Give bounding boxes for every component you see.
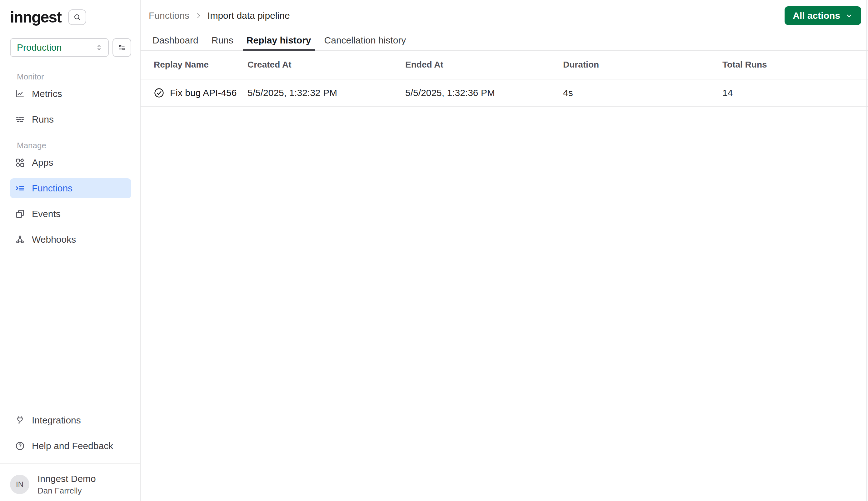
sidebar: inngest Production [0, 0, 141, 501]
ended-at-cell: 5/5/2025, 1:32:36 PM [400, 87, 558, 98]
copy-squares-icon [15, 209, 25, 219]
sidebar-item-events[interactable]: Events [10, 204, 131, 224]
chevron-right-icon [194, 12, 202, 20]
sidebar-item-label: Metrics [32, 88, 62, 99]
question-circle-icon [15, 441, 25, 451]
all-actions-label: All actions [793, 10, 840, 21]
right-scroll-edge [866, 0, 867, 501]
nav-section-monitor: Monitor Metrics [10, 72, 131, 129]
avatar: IN [10, 475, 29, 494]
app-root: inngest Production [0, 0, 868, 501]
sidebar-item-label: Help and Feedback [32, 441, 113, 451]
sidebar-footer: Integrations Help and Feedback IN Innges… [10, 410, 131, 496]
apps-grid-icon [15, 158, 25, 168]
table-header-row: Replay Name Created At Ended At Duration… [141, 51, 868, 79]
function-list-icon [15, 183, 25, 193]
column-header-duration: Duration [558, 60, 717, 70]
check-circle-icon [154, 87, 164, 98]
sidebar-item-label: Webhooks [32, 234, 76, 245]
user-info: Inngest Demo Dan Farrelly [37, 473, 96, 496]
search-button[interactable] [68, 9, 86, 25]
sidebar-item-label: Runs [32, 114, 54, 125]
page-header: Functions Import data pipeline All actio… [141, 0, 868, 31]
duration-cell: 4s [558, 87, 717, 98]
environment-selector-value: Production [17, 42, 62, 53]
user-org-name: Inngest Demo [37, 473, 96, 484]
replay-name: Fix bug API-456 [170, 87, 237, 98]
user-full-name: Dan Farrelly [37, 486, 96, 496]
all-actions-button[interactable]: All actions [784, 6, 861, 25]
sidebar-item-label: Functions [32, 183, 73, 194]
chevron-down-icon [845, 12, 853, 20]
user-menu[interactable]: IN Inngest Demo Dan Farrelly [10, 464, 131, 496]
page-title: Import data pipeline [208, 10, 290, 21]
breadcrumb-functions-link[interactable]: Functions [149, 10, 189, 21]
sidebar-header: inngest [10, 9, 131, 25]
search-icon [73, 13, 81, 22]
main-content: Functions Import data pipeline All actio… [141, 0, 868, 501]
inngest-logo[interactable]: inngest [10, 9, 61, 25]
nav-section-manage: Manage Apps [10, 141, 131, 249]
tab-replay-history[interactable]: Replay history [243, 31, 315, 51]
sidebar-item-apps[interactable]: Apps [10, 153, 131, 173]
chart-line-icon [15, 89, 25, 99]
table-row[interactable]: Fix bug API-456 5/5/2025, 1:32:32 PM 5/5… [141, 79, 868, 107]
sliders-icon [118, 43, 126, 52]
sidebar-item-metrics[interactable]: Metrics [10, 84, 131, 104]
replay-history-table: Replay Name Created At Ended At Duration… [141, 51, 868, 107]
plug-icon [15, 415, 25, 425]
breadcrumb: Functions Import data pipeline [149, 10, 290, 21]
sidebar-nav: Monitor Metrics [10, 72, 131, 261]
nav-section-label: Manage [17, 141, 131, 149]
sidebar-item-help[interactable]: Help and Feedback [10, 436, 131, 456]
tab-cancellation-history[interactable]: Cancellation history [321, 31, 410, 51]
tab-dashboard[interactable]: Dashboard [149, 31, 202, 51]
replay-name-cell: Fix bug API-456 [149, 87, 242, 98]
environment-filter-button[interactable] [112, 38, 131, 57]
nav-section-label: Monitor [17, 72, 131, 80]
sidebar-item-label: Events [32, 209, 61, 219]
column-header-replay-name: Replay Name [149, 60, 242, 70]
environment-selector[interactable]: Production [10, 38, 109, 57]
total-runs-cell: 14 [717, 87, 868, 98]
tab-bar: Dashboard Runs Replay history Cancellati… [141, 31, 868, 51]
created-at-cell: 5/5/2025, 1:32:32 PM [242, 87, 400, 98]
column-header-ended-at: Ended At [400, 60, 558, 70]
column-header-created-at: Created At [242, 60, 400, 70]
sidebar-item-label: Apps [32, 157, 53, 168]
sidebar-item-integrations[interactable]: Integrations [10, 410, 131, 430]
sidebar-item-label: Integrations [32, 415, 81, 426]
tab-runs[interactable]: Runs [208, 31, 237, 51]
sidebar-item-functions[interactable]: Functions [10, 178, 131, 198]
column-header-total-runs: Total Runs [717, 60, 868, 70]
sidebar-item-webhooks[interactable]: Webhooks [10, 230, 131, 249]
sidebar-item-runs[interactable]: Runs [10, 109, 131, 129]
webhook-icon [15, 235, 25, 245]
list-dashes-icon [15, 115, 25, 125]
environment-row: Production [10, 38, 131, 57]
chevron-up-down-icon [95, 43, 103, 52]
